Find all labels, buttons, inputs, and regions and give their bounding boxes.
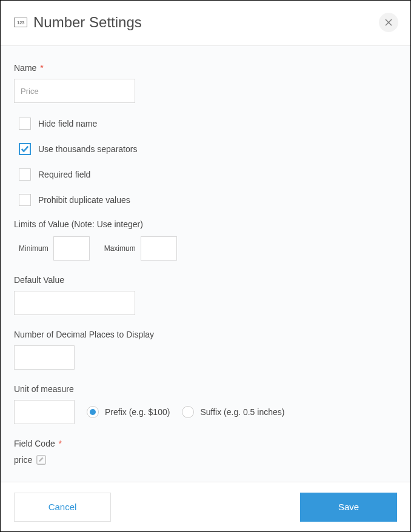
- prefix-radio-label: Prefix (e.g. $100): [105, 407, 170, 417]
- prohibit-duplicates-checkbox[interactable]: [19, 194, 31, 206]
- hide-field-name-row: Hide field name: [14, 118, 397, 130]
- default-value-label: Default Value: [14, 275, 397, 285]
- hide-field-name-checkbox[interactable]: [19, 118, 31, 130]
- required-star: *: [56, 439, 62, 448]
- close-icon: [385, 19, 392, 26]
- field-code-value: price: [14, 455, 32, 465]
- dialog-body: Name * Hide field name Use thousands sep…: [1, 46, 410, 490]
- field-code-label: Field Code *: [14, 439, 397, 448]
- limits-field-group: Limits of Value (Note: Use integer) Mini…: [14, 219, 397, 261]
- unit-label: Unit of measure: [14, 384, 397, 394]
- maximum-input[interactable]: [141, 236, 177, 261]
- prohibit-duplicates-row: Prohibit duplicate values: [14, 194, 397, 206]
- unit-group: Unit of measure Prefix (e.g. $100) Suffi…: [14, 384, 397, 424]
- field-code-group: Field Code * price: [14, 439, 397, 465]
- required-field-checkbox[interactable]: [19, 168, 31, 181]
- decimal-places-input[interactable]: [14, 345, 75, 370]
- dialog-header: 123 Number Settings: [1, 1, 410, 46]
- default-value-group: Default Value: [14, 275, 397, 315]
- save-button[interactable]: Save: [300, 493, 397, 522]
- name-field-group: Name *: [14, 63, 397, 103]
- limits-label: Limits of Value (Note: Use integer): [14, 219, 397, 229]
- prefix-radio[interactable]: [87, 406, 99, 418]
- minimum-label: Minimum: [19, 244, 48, 253]
- prohibit-duplicates-label: Prohibit duplicate values: [38, 195, 130, 205]
- required-field-row: Required field: [14, 168, 397, 181]
- edit-icon[interactable]: [36, 454, 47, 465]
- default-value-input[interactable]: [14, 291, 135, 315]
- minimum-input[interactable]: [53, 236, 90, 261]
- thousands-separators-row: Use thousands separators: [14, 143, 397, 155]
- number-icon: 123: [14, 18, 27, 27]
- close-button[interactable]: [379, 13, 398, 32]
- dialog-footer: Cancel Save: [1, 482, 410, 531]
- name-input[interactable]: [14, 79, 135, 103]
- suffix-radio[interactable]: [182, 406, 194, 418]
- thousands-separators-label: Use thousands separators: [38, 144, 137, 154]
- unit-input[interactable]: [14, 400, 75, 424]
- dialog-title: Number Settings: [33, 14, 142, 31]
- thousands-separators-checkbox[interactable]: [19, 143, 31, 155]
- required-field-label: Required field: [38, 170, 90, 179]
- name-label: Name *: [14, 63, 397, 73]
- suffix-radio-label: Suffix (e.g. 0.5 inches): [200, 407, 284, 417]
- hide-field-name-label: Hide field name: [38, 119, 97, 128]
- decimal-places-group: Number of Decimal Places to Display: [14, 330, 397, 370]
- maximum-label: Maximum: [104, 244, 136, 253]
- cancel-button[interactable]: Cancel: [14, 493, 111, 522]
- decimal-places-label: Number of Decimal Places to Display: [14, 330, 397, 339]
- required-star: *: [38, 63, 43, 73]
